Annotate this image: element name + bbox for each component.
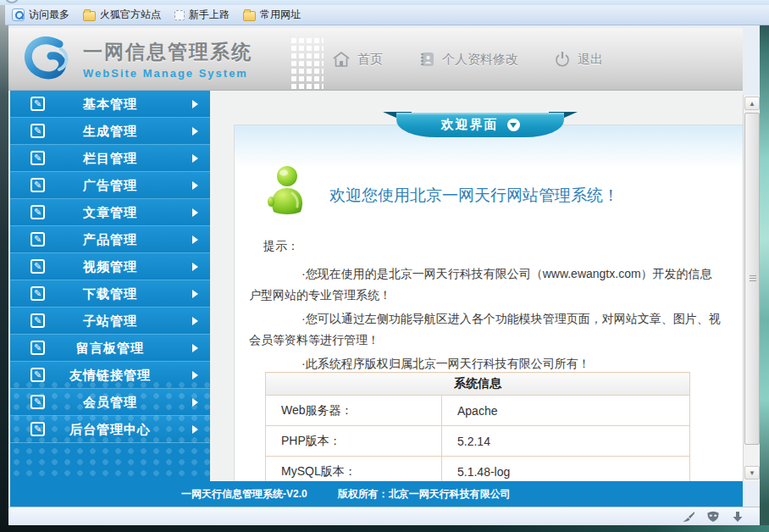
mask-icon[interactable] (706, 511, 720, 523)
folder-icon (243, 11, 256, 21)
nav-profile-edit[interactable]: 个人资料修改 (418, 51, 518, 68)
sidebar-item-guestbook[interactable]: ✎留言板管理 (10, 335, 210, 362)
sidebar-item-columns[interactable]: ✎栏目管理 (10, 145, 210, 172)
window-bottom-border (0, 525, 769, 532)
chevron-right-icon (192, 371, 198, 380)
chevron-right-icon (192, 290, 198, 298)
download-icon[interactable] (731, 511, 744, 523)
scroll-thumb[interactable] (744, 113, 760, 445)
sidebar-item-ads[interactable]: ✎广告管理 (10, 172, 210, 199)
bookmark-label: 火狐官方站点 (100, 8, 161, 22)
row-value: 5.2.14 (442, 426, 690, 457)
table-row: PHP版本： 5.2.14 (266, 426, 690, 457)
tip-line: 户型网站的专业管理系统！ (249, 285, 743, 306)
system-info-table: 系统信息 Web服务器： Apache PHP版本： 5.2.14 MySQL版… (265, 372, 690, 481)
tips-block: 提示： ·您现在使用的是北京一网天行科技有限公司（www.ewangtx.com… (235, 236, 743, 374)
profile-book-icon (418, 51, 435, 68)
user-avatar (265, 164, 307, 215)
tips-heading: 提示： (263, 236, 743, 257)
page-footer: 一网天行信息管理系统-V2.0 版权所有：北京一网天行科技有限公司 (10, 481, 743, 507)
content-scrollbar[interactable]: ▲ ▼ (743, 95, 760, 481)
chevron-right-icon (192, 208, 198, 217)
scroll-down-button[interactable]: ▼ (744, 466, 760, 479)
chevron-right-icon (192, 236, 198, 244)
sidebar-menu: ✎基本管理 ✎生成管理 ✎栏目管理 ✎广告管理 ✎文章管理 ✎产品管理 ✎视频管… (10, 91, 210, 481)
browser-window: 访问最多 火狐官方站点 新手上路 常用网址 (0, 0, 769, 532)
row-value: Apache (442, 396, 690, 426)
page-header: 一网信息管理系统 WebSite Manage System 首页 (8, 28, 743, 91)
nav-label: 首页 (357, 52, 383, 68)
sidebar-item-basic[interactable]: ✎基本管理 (10, 91, 210, 118)
tip-line: ·您现在使用的是北京一网天行科技有限公司（www.ewangtx.com）开发的… (302, 263, 743, 285)
footer-version: 一网天行信息管理系统-V2.0 (181, 487, 307, 502)
sidebar-item-downloads[interactable]: ✎下载管理 (10, 280, 210, 308)
nav-logout[interactable]: 退出 (554, 51, 603, 68)
dots-grid-decoration (291, 38, 324, 91)
banner-title: 欢迎界面 (441, 117, 499, 133)
chevron-down-icon (510, 123, 517, 128)
chevron-right-icon (192, 127, 198, 136)
welcome-panel: 欢迎您使用北京一网天行网站管理系统！ 提示： ·您现在使用的是北京一网天行科技有… (234, 125, 743, 481)
addon-bar (8, 507, 760, 525)
logo-icon (22, 36, 75, 83)
chevron-right-icon (192, 181, 198, 190)
scroll-up-button[interactable]: ▲ (744, 97, 760, 110)
nav-label: 退出 (578, 52, 603, 68)
row-label: Web服务器： (266, 396, 442, 426)
banner-toggle-button[interactable] (507, 119, 520, 131)
table-row: Web服务器： Apache (266, 396, 690, 426)
sidebar-item-videos[interactable]: ✎视频管理 (10, 253, 210, 280)
nav-label: 个人资料修改 (442, 52, 518, 68)
tip-line: ·您可以通过左侧功能导航区进入各个功能模块管理页面，对网站文章、图片、视 (302, 308, 743, 330)
window-right-border (760, 0, 769, 532)
chevron-right-icon (192, 100, 198, 108)
window-left-border (0, 0, 8, 532)
sidebar-item-articles[interactable]: ✎文章管理 (10, 199, 210, 226)
folder-icon (83, 11, 96, 21)
chevron-right-icon (192, 154, 198, 163)
content-viewport: 欢迎您使用北京一网天行网站管理系统！ 提示： ·您现在使用的是北京一网天行科技有… (210, 91, 743, 481)
bookmarks-toolbar: 访问最多 火狐官方站点 新手上路 常用网址 (5, 5, 769, 25)
row-label: MySQL版本： (266, 457, 442, 482)
welcome-banner: 欢迎界面 (383, 110, 578, 137)
nav-home[interactable]: 首页 (332, 51, 383, 68)
row-value: 5.1.48-log (442, 457, 690, 482)
bookmark-label: 常用网址 (260, 8, 301, 22)
power-icon (554, 51, 571, 68)
header-nav: 首页 个人资料修改 退出 (332, 28, 603, 91)
bookmark-label: 新手上路 (189, 8, 230, 22)
search-icon (12, 8, 25, 21)
sidebar-item-generate[interactable]: ✎生成管理 (10, 118, 210, 145)
row-label: PHP版本： (266, 426, 442, 457)
bookmark-label: 访问最多 (29, 8, 69, 22)
app-subtitle: WebSite Manage System (83, 67, 252, 80)
app-title: 一网信息管理系统 (83, 39, 252, 65)
tip-line: 会员等资料等进行管理！ (249, 330, 743, 351)
brush-icon[interactable] (682, 511, 695, 523)
home-icon (332, 51, 351, 68)
chevron-right-icon (192, 344, 198, 352)
chevron-right-icon (192, 263, 198, 271)
table-title: 系统信息 (266, 373, 690, 396)
page: 一网信息管理系统 WebSite Manage System 首页 (8, 28, 743, 507)
bookmark-common-sites[interactable]: 常用网址 (243, 8, 301, 22)
bookmark-most-visited[interactable]: 访问最多 (12, 8, 69, 22)
bookmark-firefox-official[interactable]: 火狐官方站点 (83, 8, 161, 22)
sidebar-item-products[interactable]: ✎产品管理 (10, 226, 210, 253)
logo: 一网信息管理系统 WebSite Manage System (22, 36, 252, 83)
welcome-message: 欢迎您使用北京一网天行网站管理系统！ (329, 185, 619, 207)
sidebar-item-subsites[interactable]: ✎子站管理 (10, 308, 210, 335)
livemark-icon (174, 10, 185, 20)
chevron-right-icon (192, 317, 198, 325)
footer-copyright: 版权所有：北京一网天行科技有限公司 (338, 487, 511, 502)
sidebar-dot-pattern (10, 380, 210, 481)
bookmark-getting-started[interactable]: 新手上路 (174, 8, 230, 22)
table-row: MySQL版本： 5.1.48-log (266, 457, 690, 482)
